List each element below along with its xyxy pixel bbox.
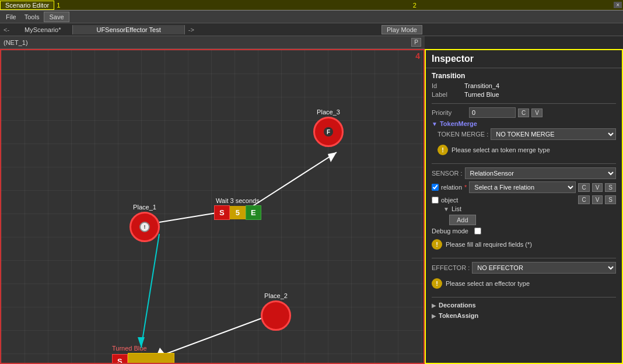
object-checkbox[interactable] <box>432 197 439 204</box>
debug-mode-label: Debug mode <box>432 228 468 235</box>
token-merge-collapse-arrow: ▼ <box>432 121 438 127</box>
turned-blue-label: Turned Blue <box>112 345 147 352</box>
menu-file[interactable]: File <box>2 12 20 22</box>
place-3-f-marker: F <box>324 127 333 136</box>
tab-nav-left[interactable]: <- <box>0 26 13 33</box>
effector-warn-text: Please select an effector type <box>446 280 530 287</box>
place-3[interactable]: Place_3 F <box>313 108 344 147</box>
relation-v-btn[interactable]: V <box>592 183 603 192</box>
add-button[interactable]: Add <box>449 215 476 225</box>
token-merge-dropdown[interactable]: NO TOKEN MERGE <box>491 128 616 140</box>
tab-nav-right[interactable]: -> <box>185 26 198 33</box>
inspector-panel: Inspector Transition Id Transition_4 Lab… <box>425 49 623 364</box>
net-bar: (NET_1) P <box>0 36 425 49</box>
token-merge-warn-box: ! Please select an token merge type <box>432 142 616 158</box>
object-label: object <box>441 197 458 204</box>
add-button-row: Add <box>432 215 616 225</box>
debug-mode-row: Debug mode <box>432 228 616 235</box>
tab-active[interactable]: UFSensorEffector Test <box>72 25 184 34</box>
turned-s-block: S <box>112 354 128 365</box>
close-icon[interactable]: × <box>614 2 622 8</box>
place-1-label: Place_1 <box>133 204 156 211</box>
place-2[interactable]: Place_2 <box>261 292 291 331</box>
tab-my-scenario[interactable]: MyScenario* <box>13 25 72 34</box>
effector-warn-box: ! Please select an effector type <box>432 276 616 291</box>
priority-v-btn[interactable]: V <box>531 108 542 117</box>
place-3-circle[interactable]: F <box>313 117 344 147</box>
label-value: Turned Blue <box>464 91 499 98</box>
main-area: 4 Place_3 F Wait 3 seconds <box>0 49 623 364</box>
label-row: Label Turned Blue <box>432 91 616 98</box>
inspector-header: Inspector <box>426 50 622 68</box>
place-2-label: Place_2 <box>264 292 288 299</box>
fill-warn-icon: ! <box>432 239 442 250</box>
wait-e-block: E <box>246 205 261 220</box>
wait-transition[interactable]: Wait 3 seconds S 5 E <box>214 197 261 220</box>
turned-bar <box>128 353 174 364</box>
priority-c-btn[interactable]: C <box>518 108 529 117</box>
canvas-area[interactable]: 4 Place_3 F Wait 3 seconds <box>0 49 425 364</box>
priority-label: Priority <box>432 109 467 116</box>
object-s-btn[interactable]: S <box>605 195 616 204</box>
decorations-row[interactable]: ▶ Decorations <box>432 300 616 310</box>
token-merge-warn-icon: ! <box>438 145 448 155</box>
region-4-label: 4 <box>415 51 420 61</box>
priority-input[interactable] <box>469 107 516 118</box>
decorations-arrow: ▶ <box>432 302 436 309</box>
relation-dropdown[interactable]: Select a Five relation <box>469 181 576 193</box>
sensor-label: SENSOR : <box>432 170 463 177</box>
debug-checkbox[interactable] <box>474 228 481 235</box>
wait-transition-label: Wait 3 seconds <box>216 197 260 204</box>
menu-save[interactable]: Save <box>44 12 69 22</box>
fill-warn-text: Please fill all required fields (*) <box>446 241 532 248</box>
place-2-circle[interactable] <box>261 300 291 331</box>
token-marker: ! <box>144 224 146 230</box>
object-row: object C V S <box>432 195 616 204</box>
region-2-label: 2 <box>413 2 416 9</box>
token-merge-label: TOKEN MERGE : <box>438 131 488 138</box>
list-toggle-row[interactable]: ▼ List <box>432 205 616 212</box>
decorations-label: Decorations <box>439 302 476 309</box>
p-button[interactable]: P <box>411 38 421 47</box>
relation-row: relation * Select a Five relation C V S <box>432 181 616 193</box>
tab-bar: <- MyScenario* UFSensorEffector Test -> … <box>0 23 623 36</box>
place-1[interactable]: Place_1 ! <box>130 204 160 242</box>
menu-tools[interactable]: Tools <box>21 12 43 22</box>
wait-num-block: 5 <box>230 206 246 219</box>
turned-blue-transition[interactable]: Turned Blue S <box>112 345 174 364</box>
relation-label: relation <box>441 184 462 191</box>
priority-row: Priority C V <box>432 107 616 118</box>
object-v-btn[interactable]: V <box>592 195 603 204</box>
place-1-circle[interactable]: ! <box>130 212 160 242</box>
transition-label: Transition <box>432 72 465 80</box>
effector-label: EFFECTOR : <box>432 264 470 271</box>
play-mode-button[interactable]: Play Mode <box>382 25 422 34</box>
relation-s-btn[interactable]: S <box>605 183 616 192</box>
object-c-btn[interactable]: C <box>578 195 589 204</box>
list-label: List <box>452 205 461 212</box>
token-merge-section-label: TokenMerge <box>440 120 477 127</box>
sensor-dropdown[interactable]: RelationSensor <box>465 167 616 179</box>
token-merge-section: ▼ TokenMerge TOKEN MERGE : NO TOKEN MERG… <box>432 120 616 158</box>
id-row: Id Transition_4 <box>432 82 616 89</box>
effector-dropdown[interactable]: NO EFFECTOR <box>472 262 616 274</box>
place-1-token: ! <box>139 222 150 232</box>
id-value: Transition_4 <box>464 82 499 89</box>
label-key: Label <box>432 91 461 98</box>
place-3-label: Place_3 <box>317 108 340 116</box>
wait-s-block: S <box>214 205 230 220</box>
sensor-row: SENSOR : RelationSensor <box>432 167 616 179</box>
relation-c-btn[interactable]: C <box>578 183 589 192</box>
relation-checkbox[interactable] <box>432 184 439 191</box>
net-label: (NET_1) <box>4 39 28 46</box>
scenario-editor-title: Scenario Editor <box>0 1 54 10</box>
inspector-title: Inspector <box>432 54 474 64</box>
region-1-label: 1 <box>57 2 60 9</box>
token-assign-row[interactable]: ▶ TokenAssign <box>432 310 616 321</box>
transition-section-title: Transition <box>432 72 616 80</box>
token-assign-label: TokenAssign <box>439 312 478 319</box>
list-collapse-arrow: ▼ <box>443 206 449 212</box>
menu-bar: File Tools Save <box>0 10 623 23</box>
effector-warn-icon: ! <box>432 278 442 289</box>
id-key: Id <box>432 82 461 89</box>
